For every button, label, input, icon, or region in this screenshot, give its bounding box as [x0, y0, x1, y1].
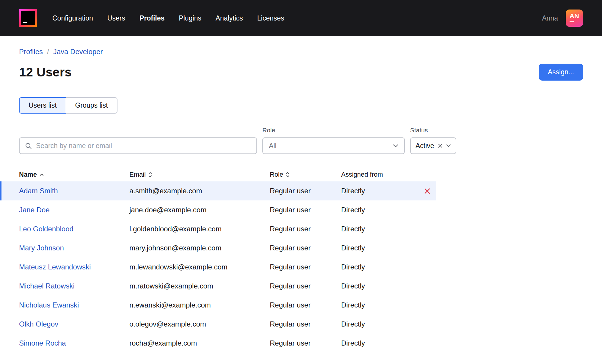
role-select[interactable]: All	[262, 137, 405, 154]
breadcrumb-java-developer-link[interactable]: Java Developer	[53, 48, 103, 56]
title-row: 12 Users Assign...	[19, 64, 583, 81]
app-header: ConfigurationUsersProfilesPluginsAnalyti…	[0, 0, 602, 36]
user-assigned-from: Directly	[341, 263, 423, 271]
header-right: Anna AN	[542, 10, 583, 27]
status-select-value: Active	[416, 142, 434, 150]
user-name-link[interactable]: Olkh Olegov	[19, 320, 129, 328]
logo-underscore	[23, 22, 27, 23]
column-header-assigned-from: Assigned from	[341, 171, 423, 178]
users-table: Name Email Role	[0, 168, 436, 353]
tab-users-list[interactable]: Users list	[19, 97, 66, 114]
table-body: Adam Smith a.smith@example.com Regular u…	[0, 181, 436, 353]
table-row[interactable]: Michael Ratowski m.ratowski@example.com …	[0, 277, 436, 296]
chevron-down-icon	[393, 144, 398, 148]
user-email: rocha@example.com	[129, 339, 270, 347]
breadcrumb-separator: /	[47, 48, 49, 56]
user-role: Regular user	[270, 244, 341, 252]
user-role: Regular user	[270, 206, 341, 214]
status-select[interactable]: Active	[410, 137, 456, 154]
jetbrains-logo-icon[interactable]	[19, 9, 37, 27]
table-row[interactable]: Adam Smith a.smith@example.com Regular u…	[0, 181, 436, 200]
avatar-initials: AN	[570, 12, 583, 20]
user-name-link[interactable]: Mary Johnson	[19, 244, 129, 252]
user-name-link[interactable]: Mateusz Lewandowski	[19, 263, 129, 271]
table-row[interactable]: Mateusz Lewandowski m.lewandowski@exampl…	[0, 258, 436, 277]
remove-user-icon[interactable]	[423, 186, 436, 196]
breadcrumb: Profiles / Java Developer	[19, 48, 583, 56]
table-row[interactable]: Jane Doe jane.doe@example.com Regular us…	[0, 200, 436, 219]
nav-item-licenses[interactable]: Licenses	[257, 14, 284, 22]
user-role: Regular user	[270, 263, 341, 271]
nav-item-plugins[interactable]: Plugins	[179, 14, 201, 22]
user-assigned-from: Directly	[341, 244, 423, 252]
user-email: m.lewandowski@example.com	[129, 263, 270, 271]
role-filter-label: Role	[262, 127, 405, 134]
list-tabs: Users list Groups list	[19, 97, 117, 114]
table-row[interactable]: Mary Johnson mary.johnson@example.com Re…	[0, 239, 436, 258]
user-email: a.smith@example.com	[129, 187, 270, 195]
table-header-row: Name Email Role	[0, 168, 436, 181]
user-email: o.olegov@example.com	[129, 320, 270, 328]
user-name-link[interactable]: Nicholaus Ewanski	[19, 301, 129, 309]
user-role: Regular user	[270, 187, 341, 195]
table-row[interactable]: Nicholaus Ewanski n.ewanski@example.com …	[0, 296, 436, 315]
user-name-link[interactable]: Adam Smith	[19, 187, 129, 195]
user-assigned-from: Directly	[341, 206, 423, 214]
nav-item-profiles[interactable]: Profiles	[139, 14, 164, 22]
role-filter-group: Role All	[262, 127, 405, 154]
sort-asc-icon	[40, 173, 44, 176]
user-email: jane.doe@example.com	[129, 206, 270, 214]
page-title: 12 Users	[19, 65, 72, 79]
nav-item-analytics[interactable]: Analytics	[216, 14, 243, 22]
user-name-link[interactable]: Simone Rocha	[19, 339, 129, 347]
nav-item-configuration[interactable]: Configuration	[52, 14, 93, 22]
user-email: mary.johnson@example.com	[129, 244, 270, 252]
user-name-link[interactable]: Jane Doe	[19, 206, 129, 214]
user-name-link[interactable]: Leo Goldenblood	[19, 225, 129, 233]
search-box[interactable]	[19, 137, 257, 154]
user-avatar[interactable]: AN	[566, 10, 583, 27]
tab-groups-list[interactable]: Groups list	[66, 97, 117, 114]
user-role: Regular user	[270, 301, 341, 309]
table-row[interactable]: Simone Rocha rocha@example.com Regular u…	[0, 334, 436, 353]
user-assigned-from: Directly	[341, 225, 423, 233]
user-assigned-from: Directly	[341, 320, 423, 328]
search-input[interactable]	[36, 142, 251, 150]
sortable-icon	[148, 172, 152, 178]
avatar-underscore	[570, 21, 574, 22]
user-role: Regular user	[270, 282, 341, 290]
clear-filter-icon[interactable]	[438, 143, 443, 148]
assign-button[interactable]: Assign...	[539, 64, 583, 81]
user-name-link[interactable]: Michael Ratowski	[19, 282, 129, 290]
user-email: l.goldenblood@example.com	[129, 225, 270, 233]
search-icon	[25, 142, 32, 149]
user-role: Regular user	[270, 320, 341, 328]
role-select-value: All	[269, 142, 277, 150]
column-header-role[interactable]: Role	[270, 171, 341, 178]
user-email: n.ewanski@example.com	[129, 301, 270, 309]
sortable-icon	[286, 172, 289, 178]
user-email: m.ratowski@example.com	[129, 282, 270, 290]
user-assigned-from: Directly	[341, 282, 423, 290]
chevron-down-icon	[446, 144, 451, 147]
user-role: Regular user	[270, 339, 341, 347]
search-filter-group	[19, 137, 257, 154]
table-row[interactable]: Olkh Olegov o.olegov@example.com Regular…	[0, 315, 436, 334]
user-assigned-from: Directly	[341, 339, 423, 347]
nav-item-users[interactable]: Users	[107, 14, 125, 22]
filters-bar: Role All Status Active	[19, 127, 583, 154]
user-assigned-from: Directly	[341, 187, 423, 195]
main-nav: ConfigurationUsersProfilesPluginsAnalyti…	[52, 14, 284, 22]
column-header-email[interactable]: Email	[129, 171, 270, 178]
user-assigned-from: Directly	[341, 301, 423, 309]
user-role: Regular user	[270, 225, 341, 233]
breadcrumb-profiles-link[interactable]: Profiles	[19, 48, 43, 56]
user-name: Anna	[542, 14, 558, 22]
table-row[interactable]: Leo Goldenblood l.goldenblood@example.co…	[0, 219, 436, 239]
status-filter-group: Status Active	[410, 127, 456, 154]
column-header-name[interactable]: Name	[19, 171, 129, 178]
status-filter-label: Status	[410, 127, 456, 134]
